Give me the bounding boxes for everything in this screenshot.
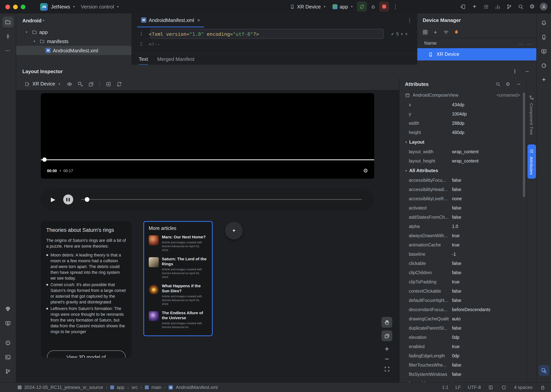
app-quality-insights-button[interactable] [2,303,13,314]
process-selector-button[interactable]: XR Device▾ [21,79,62,89]
fullscreen-window-button[interactable] [21,4,25,9]
merged-manifest-tab[interactable]: Merged Manifest [157,53,195,65]
close-window-button[interactable] [5,4,10,9]
todo-list-button[interactable] [481,1,491,12]
attribute-row[interactable]: duplicateParentSt... false [400,323,526,333]
debug-button[interactable] [368,1,378,12]
attribute-row[interactable]: filterTouchesWhe... false [400,360,526,370]
all-attributes-section-header[interactable]: ▾All Attributes [400,166,526,175]
close-tab-icon[interactable]: × [197,17,200,23]
pause-button[interactable] [63,195,73,204]
video-progress-bar[interactable] [41,159,374,160]
breadcrumb-main[interactable]: main [151,385,161,390]
device-mirroring-button[interactable] [458,1,468,12]
slider-knob[interactable] [85,197,89,202]
attribute-row[interactable]: accessibilityLiveR... none [400,194,526,203]
notifications-button[interactable] [538,17,549,28]
play-button[interactable]: ▶ [51,196,55,203]
attribute-row[interactable]: fitsSystemWindows false [400,370,526,379]
theories-card[interactable]: Theories about Saturn's rings The origin… [41,221,131,358]
attributes-tab[interactable]: Attributes [527,145,536,179]
line-separator-widget[interactable]: LF [455,385,461,390]
attribute-row[interactable]: fadingEdgeLength 0dp [400,351,526,360]
attribute-row[interactable]: y 1004dp [400,109,526,119]
xr-pointer-button[interactable]: ✦ [225,222,243,239]
indent-widget[interactable]: 4 spaces [514,385,532,390]
manifest-text-tab[interactable]: Text [139,53,148,65]
name-column-header[interactable]: Name [424,40,437,46]
article-item[interactable]: The Endless Allure of the Universe Artic… [149,310,207,329]
editor-tab-manifest[interactable]: M AndroidManifest.xml × [137,14,204,27]
tree-item-manifests[interactable]: ▾ manifests [16,37,131,46]
attribute-row[interactable]: contextClickable false [400,287,526,296]
tree-item-app[interactable]: ▾ app [16,27,131,37]
breadcrumb-root[interactable]: 2024-12-05_RC11_jetnews_xr_source [24,385,103,390]
logcat-button[interactable] [2,318,13,329]
project-tool-button[interactable] [2,17,13,27]
breadcrumb-file[interactable]: AndroidManifest.xml [176,385,218,390]
prev-problem-icon[interactable]: ∧ [401,32,403,36]
column-options-icon[interactable]: … [527,40,532,46]
attribute-row[interactable]: clickable false [400,259,526,268]
ai-assistant-button[interactable] [469,1,479,12]
attribute-row[interactable]: width 288dp [400,119,526,128]
attribute-row[interactable]: alwaysDrawnWith... true [400,231,526,240]
video-settings-icon[interactable]: ⚙ [363,168,368,174]
search-icon[interactable] [495,81,501,87]
minimize-panel-icon[interactable]: ─ [523,68,531,74]
attribute-row[interactable]: clipChildren false [400,268,526,277]
attribute-row[interactable]: baseline -1 [400,250,526,259]
lock-icon[interactable] [539,384,546,391]
attributes-settings-icon[interactable]: ⚙ [504,81,512,87]
run-configuration-button[interactable]: app▾ [330,1,356,12]
caret-position-widget[interactable]: 1:1 [442,385,449,390]
inspections-widget[interactable]: ✔ 5 ∧ ∨ [391,29,408,39]
ai-assistant-tool-button[interactable] [538,74,549,85]
code-line-1[interactable]: 1 <?xml version="1.0" encoding="utf-8"?>… [132,29,417,39]
attribute-row[interactable]: activated false [400,203,526,213]
terminal-button[interactable] [2,351,13,362]
attribute-row[interactable]: descendantFocus... beforeDescendants [400,305,526,314]
zoom-to-fit-button[interactable] [381,364,392,374]
gradle-button[interactable] [538,60,549,71]
device-row-xr-device[interactable]: XR Device [417,48,536,60]
version-control-tool-button[interactable] [2,366,13,377]
settings-button[interactable]: ⚙ [527,1,537,12]
attribute-row[interactable]: drawingCacheQualit auto [400,314,526,323]
rerun-button[interactable] [357,1,367,12]
attribute-row[interactable]: animationCache true [400,240,526,250]
code-area[interactable]: 1 <?xml version="1.0" encoding="utf-8"?>… [132,27,417,49]
zoom-out-button[interactable]: − [381,353,392,364]
article-item[interactable]: Mars: Our Next Home? Article and images … [149,235,207,252]
attribute-row[interactable]: clipToPadding true [400,277,526,287]
device-selector-button[interactable]: XR Device▾ [286,1,329,12]
view-options-icon[interactable] [65,80,73,88]
breadcrumb-src[interactable]: src [132,385,138,390]
attribute-row[interactable]: accessibilityHeadi... false [400,185,526,194]
attribute-row[interactable]: elevation 0dp [400,333,526,342]
scrollbar[interactable] [523,92,525,197]
next-problem-icon[interactable]: ∨ [405,32,408,36]
minimize-window-button[interactable] [13,4,18,9]
attribute-row[interactable]: addStatesFromCh... false [400,213,526,222]
attribute-row[interactable]: height 480dp [400,128,526,137]
layout-inspector-canvas[interactable]: 00:00 00:17 ⚙ ▶ [16,90,399,382]
more-tool-windows-button[interactable]: ⋯ [2,45,13,56]
profiler-button[interactable] [493,1,502,12]
article-item[interactable]: What Happens if the Sun Dies? Article an… [149,283,207,306]
running-devices-button[interactable] [538,46,549,57]
attribute-row[interactable]: x 434dp [400,100,526,109]
problems-button[interactable] [2,337,13,348]
pan-mode-button[interactable] [381,317,392,328]
stop-button[interactable] [379,1,389,12]
layout-section-header[interactable]: ▾Layout [400,137,526,147]
attribute-row[interactable]: accessibilityFocu... false [400,175,526,185]
attribute-row[interactable]: defaultFocusHighl... false [400,296,526,305]
zoom-in-button[interactable]: + [381,343,392,354]
attribute-row[interactable]: alpha 1.0 [400,222,526,231]
3d-mode-button[interactable] [381,330,392,341]
article-item[interactable]: Saturn: The Lord of the Rings Article an… [149,256,207,279]
group-devices-icon[interactable] [421,28,429,36]
attribute-row[interactable]: enabled true [400,342,526,351]
project-menu-button[interactable]: JetNews▾ [48,2,78,12]
